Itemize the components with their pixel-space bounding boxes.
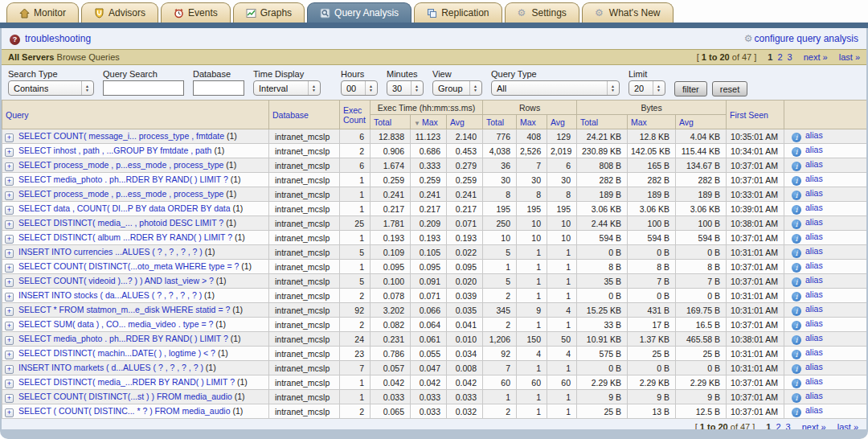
query-link[interactable]: INSERT INTO currencies ...ALUES ( ? , ? … <box>18 247 203 256</box>
page-number-link[interactable]: 2 <box>776 422 780 430</box>
query-link[interactable]: SELECT process_mode , p...ess_mode , pro… <box>18 160 223 170</box>
column-header-exec-avg[interactable]: Avg <box>447 115 483 129</box>
filter-button[interactable]: filter <box>674 81 707 96</box>
query-link[interactable]: SELECT COUNT( DISTINCT(...st ) ) FROM me… <box>18 392 232 401</box>
alias-link[interactable]: alias <box>805 261 823 270</box>
alias-link[interactable]: alias <box>805 304 823 314</box>
alias-link[interactable]: alias <box>805 130 823 140</box>
alias-link[interactable]: alias <box>805 347 823 357</box>
minutes-select[interactable]: 30▲▼ <box>387 80 424 96</box>
column-header-bytes-max[interactable]: Max <box>628 115 676 129</box>
view-select[interactable]: Group▲▼ <box>432 80 482 96</box>
query-link[interactable]: INSERT INTO markets ( d...ALUES ( ? , ? … <box>18 363 203 372</box>
limit-select[interactable]: 20▲▼ <box>628 80 665 96</box>
query-link[interactable]: SELECT process_mode , p...ess_mode , pro… <box>18 189 223 199</box>
column-header-rows-total[interactable]: Total <box>483 115 517 129</box>
reset-button[interactable]: reset <box>712 81 747 96</box>
tab-query-analysis[interactable]: Query Analysis <box>307 2 411 23</box>
configure-query-analysis-link[interactable]: configure query analysis <box>755 33 858 44</box>
expand-icon[interactable]: + <box>5 351 14 359</box>
alias-link[interactable]: alias <box>805 188 823 198</box>
alias-link[interactable]: alias <box>805 246 823 256</box>
query-link[interactable]: SELECT DISTINCT( media_...RDER BY RAND( … <box>18 377 235 387</box>
query-link[interactable]: INSERT INTO stocks ( da...ALUES ( ? , ? … <box>18 290 202 300</box>
expand-icon[interactable]: + <box>5 249 14 258</box>
column-header-bytes-total[interactable]: Total <box>577 115 628 129</box>
query-link[interactable]: SELECT DISTINCT( album ...RDER BY RAND( … <box>18 232 232 242</box>
page-number-link[interactable]: 2 <box>777 52 782 62</box>
alias-link[interactable]: alias <box>805 174 823 183</box>
expand-icon[interactable]: + <box>5 293 14 302</box>
expand-icon[interactable]: + <box>5 177 14 186</box>
query-link[interactable]: SELECT DISTINCT( machin...DATE( ) , logt… <box>18 348 215 358</box>
expand-icon[interactable]: + <box>5 394 14 403</box>
next-page-link[interactable]: next » <box>802 422 826 430</box>
hours-select[interactable]: 00▲▼ <box>341 80 378 96</box>
column-header-database[interactable]: Database <box>269 101 340 129</box>
tab-monitor[interactable]: Monitor <box>6 2 79 23</box>
column-header-rows-max[interactable]: Max <box>517 115 547 129</box>
query-link[interactable]: SELECT inhost , path , ...GROUP BY fmtda… <box>18 146 211 155</box>
tab-events[interactable]: Events <box>161 2 231 23</box>
expand-icon[interactable]: + <box>5 365 14 374</box>
query-link[interactable]: SELECT data , COUNT( DI...P BY data ORDE… <box>18 203 231 213</box>
troubleshooting-link[interactable]: troubleshooting <box>25 33 91 44</box>
alias-link[interactable]: alias <box>805 405 823 415</box>
alias-link[interactable]: alias <box>805 362 823 371</box>
expand-icon[interactable]: + <box>5 278 14 287</box>
query-link[interactable]: SELECT COUNT( videoid )...? ) ) AND last… <box>18 276 214 285</box>
expand-icon[interactable]: + <box>5 235 14 244</box>
next-page-link[interactable]: next » <box>804 52 828 62</box>
query-link[interactable]: SELECT SUM( data ) , CO... media_video .… <box>18 319 213 329</box>
tab-settings[interactable]: ⚙Settings <box>505 2 579 23</box>
column-header-exec-max[interactable]: ▼Max <box>411 115 447 129</box>
query-link[interactable]: SELECT media_photo . ph...RDER BY RAND( … <box>18 334 228 343</box>
alias-link[interactable]: alias <box>805 159 823 169</box>
time-display-select[interactable]: Interval▲▼ <box>253 80 321 96</box>
tab-whats-new[interactable]: ⚙What's New <box>582 2 674 23</box>
alias-link[interactable]: alias <box>805 203 823 212</box>
column-header-exec-count[interactable]: Exec Count <box>340 101 371 129</box>
column-header-bytes-avg[interactable]: Avg <box>676 115 727 129</box>
alias-link[interactable]: alias <box>805 318 823 328</box>
expand-icon[interactable]: + <box>5 264 14 273</box>
expand-icon[interactable]: + <box>5 148 14 157</box>
query-link[interactable]: SELECT COUNT( DISTINCT(...oto_meta WHERE… <box>18 261 239 271</box>
query-link[interactable]: SELECT DISTINCT( media_... , photoid DES… <box>18 218 223 228</box>
alias-link[interactable]: alias <box>805 391 823 400</box>
expand-icon[interactable]: + <box>5 408 14 417</box>
alias-link[interactable]: alias <box>805 275 823 285</box>
tab-graphs[interactable]: Graphs <box>233 2 305 23</box>
column-header-rows-avg[interactable]: Avg <box>547 115 577 129</box>
database-input[interactable] <box>193 80 244 96</box>
alias-link[interactable]: alias <box>805 289 823 299</box>
expand-icon[interactable]: + <box>5 380 14 388</box>
expand-icon[interactable]: + <box>5 206 14 215</box>
column-header-exec-total[interactable]: Total <box>371 115 411 129</box>
query-link[interactable]: SELECT media_photo . ph...RDER BY RAND( … <box>18 174 228 184</box>
tab-advisors[interactable]: Advisors <box>81 2 158 23</box>
page-number-link[interactable]: 3 <box>786 422 791 430</box>
query-search-input[interactable] <box>103 80 184 96</box>
page-number-link[interactable]: 3 <box>788 52 792 62</box>
column-header-first-seen[interactable]: First Seen <box>727 101 784 129</box>
alias-link[interactable]: alias <box>805 376 823 386</box>
expand-icon[interactable]: + <box>5 220 14 229</box>
expand-icon[interactable]: + <box>5 336 14 345</box>
column-header-query[interactable]: Query <box>2 101 269 129</box>
expand-icon[interactable]: + <box>5 191 14 200</box>
expand-icon[interactable]: + <box>5 162 14 171</box>
alias-link[interactable]: alias <box>805 232 823 241</box>
query-type-select[interactable]: All▲▼ <box>491 80 620 96</box>
alias-link[interactable]: alias <box>805 333 823 343</box>
last-page-link[interactable]: last » <box>839 52 860 62</box>
search-type-select[interactable]: Contains▲▼ <box>8 80 94 96</box>
query-link[interactable]: SELECT * FROM statmon_m...e_disk WHERE s… <box>18 305 230 314</box>
query-link[interactable]: SELECT ( COUNT( DISTINC... * ? ) FROM me… <box>18 406 231 416</box>
expand-icon[interactable]: + <box>5 322 14 330</box>
alias-link[interactable]: alias <box>805 145 823 154</box>
tab-replication[interactable]: Replication <box>414 2 502 23</box>
last-page-link[interactable]: last » <box>837 422 858 430</box>
expand-icon[interactable]: + <box>5 307 14 316</box>
expand-icon[interactable]: + <box>5 133 14 142</box>
